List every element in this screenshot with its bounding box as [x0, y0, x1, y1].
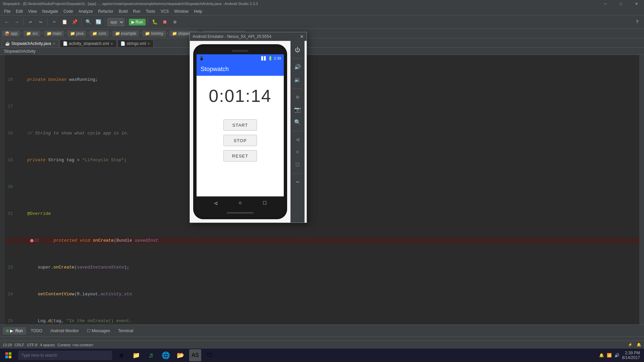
menu-item-code[interactable]: Code — [61, 8, 76, 14]
code-editor[interactable]: 16 private boolean wasRunning; 17 18 // … — [5, 55, 639, 324]
taskbar-datetime[interactable]: 2:39 PM 8/14/2017 — [622, 351, 640, 360]
nav-com[interactable]: 📁 com — [90, 31, 109, 37]
taskbar-glyph[interactable]: 🛡 — [204, 349, 216, 361]
taskbar-studio[interactable]: AS — [189, 349, 201, 361]
menu-item-view[interactable]: View — [25, 8, 40, 14]
code-line-22: 22 protected void onCreate(Bundle savedI… — [5, 237, 639, 244]
file-tab-close-3[interactable]: ✕ — [147, 42, 150, 46]
taskbar-network-icon: 📶 — [607, 353, 612, 358]
toolbar-search[interactable]: 🔍 — [84, 17, 93, 27]
bottom-tab-android-monitor[interactable]: Android Monitor — [47, 327, 82, 335]
nav-example[interactable]: 📁 example — [112, 31, 139, 37]
left-gutter — [0, 55, 5, 324]
svg-rect-1 — [9, 352, 11, 355]
phone-nav-bar: ◁ ○ □ — [197, 196, 284, 210]
run-config-select[interactable]: app — [107, 18, 124, 26]
phone-reset-button[interactable]: RESET — [223, 150, 257, 162]
title-text: Stopwatch - [E:\AndroidStudioProjects\St… — [3, 2, 258, 6]
toolbar-back[interactable]: ← — [2, 17, 11, 27]
restore-button[interactable]: □ — [613, 0, 629, 7]
menu-item-navigate[interactable]: Navigate — [40, 8, 61, 14]
menu-item-help[interactable]: Help — [191, 8, 205, 14]
menu-item-analyze[interactable]: Analyze — [76, 8, 96, 14]
nav-tommy[interactable]: 📁 tommy — [142, 31, 166, 37]
stopwatch-display: 0:01:14 — [209, 86, 272, 106]
emu-more-button[interactable]: ⋯ — [292, 176, 303, 188]
emulator-close-button[interactable]: ✕ — [300, 34, 304, 39]
menu-item-window[interactable]: Window — [171, 8, 191, 14]
taskbar-file-explorer[interactable]: 📁 — [130, 349, 142, 361]
taskbar: ⊞ 📁 ♬ 🌐 📂 AS 🛡 🔔 📶 🔊 2:39 PM 8/14/2017 — [0, 349, 644, 362]
phone-back-button[interactable]: ◁ — [214, 200, 217, 206]
status-bar: 13:29 CRLF UTF-8 4 spaces Context: <no c… — [0, 341, 644, 349]
toolbar-stop[interactable]: ⏹ — [160, 17, 169, 27]
emu-volume-up-button[interactable]: 🔊 — [292, 61, 303, 73]
taskbar-task-view[interactable]: ⊞ — [115, 349, 127, 361]
file-tab-name-3: strings.xml — [127, 41, 146, 46]
menu-item-vcs[interactable]: VCS — [158, 8, 172, 14]
toolbar-undo[interactable]: ↩ — [26, 17, 35, 27]
emulator-title-text: Android Emulator - Nexus_5X_API_25:5554 — [193, 34, 271, 39]
menu-item-refactor[interactable]: Refactor — [96, 8, 116, 14]
file-tab-icon-3: 📄 — [120, 41, 125, 46]
toolbar-settings[interactable]: ⚙ — [170, 17, 179, 27]
nav-java[interactable]: 📁 java — [67, 31, 86, 37]
toolbar-cut[interactable]: ✂ — [50, 17, 59, 27]
file-tab-close-2[interactable]: ✕ — [110, 42, 113, 46]
emu-square-button[interactable]: □ — [292, 159, 303, 171]
toolbar-debug[interactable]: 🐛 — [150, 17, 159, 27]
file-tab-close-1[interactable]: ✕ — [53, 42, 55, 46]
phone-start-button[interactable]: START — [223, 119, 257, 131]
taskbar-start-button[interactable] — [0, 349, 17, 362]
taskbar-search-input[interactable] — [18, 351, 112, 360]
close-button[interactable]: ✕ — [629, 0, 644, 7]
nav-app[interactable]: 📦 app — [2, 31, 20, 37]
phone-signal-icon: ▋▋ — [261, 56, 267, 61]
taskbar-spotify[interactable]: ♬ — [145, 349, 157, 361]
menu-item-tools[interactable]: Tools — [143, 8, 158, 14]
emu-zoom-button[interactable]: 🔍 — [292, 117, 303, 128]
taskbar-folder[interactable]: 📂 — [174, 349, 186, 361]
toolbar-paste[interactable]: 📌 — [70, 17, 79, 27]
nav-src[interactable]: 📁 src — [23, 31, 40, 37]
phone-content: 0:01:14 START STOP RESET — [197, 76, 284, 196]
status-hg-icon: ⚡ — [628, 343, 633, 347]
status-notification: 🔔 — [637, 343, 641, 347]
phone-home-button[interactable]: ○ — [238, 200, 242, 206]
file-tab-activity-xml[interactable]: 📄 activity_stopwatch.xml ✕ — [60, 40, 117, 47]
toolbar-replace[interactable]: 🔄 — [94, 17, 103, 27]
toolbar-redo[interactable]: ↪ — [36, 17, 45, 27]
bottom-tab-todo[interactable]: TODO — [28, 327, 46, 335]
emu-home-button[interactable]: ○ — [292, 146, 303, 158]
code-content: 16 private boolean wasRunning; 17 18 // … — [5, 55, 639, 324]
emu-power-button[interactable]: ⏻ — [292, 44, 303, 56]
minimize-button[interactable]: ─ — [598, 0, 613, 7]
toolbar-copy[interactable]: 📋 — [60, 17, 69, 27]
toolbar-help[interactable]: ? — [633, 17, 642, 27]
toolbar-sep-5 — [126, 18, 127, 26]
run-button[interactable]: ▶ Run — [129, 19, 146, 25]
emu-screenshot-button[interactable]: 📷 — [292, 104, 303, 115]
menu-item-build[interactable]: Build — [116, 8, 130, 14]
phone-stop-button[interactable]: STOP — [223, 135, 257, 146]
file-tab-icon-1: ☕ — [5, 41, 10, 46]
menu-item-edit[interactable]: Edit — [13, 8, 25, 14]
bottom-tab-messages[interactable]: ☐ Messages — [84, 327, 113, 335]
menu-item-run[interactable]: Run — [130, 8, 143, 14]
menu-item-file[interactable]: File — [1, 8, 13, 14]
nav-main[interactable]: 📁 main — [44, 31, 64, 37]
bottom-tab-terminal[interactable]: Terminal — [115, 327, 137, 335]
status-crlf: CRLF — [15, 343, 24, 347]
file-tab-stopwatchactivity[interactable]: ☕ StopwatchActivity.java ✕ — [2, 40, 59, 47]
scroll-bar[interactable] — [639, 55, 644, 324]
toolbar-forward[interactable]: → — [12, 17, 21, 27]
emu-rotate-button[interactable]: ◇ — [292, 91, 303, 103]
phone-screen: 📱 ▋▋ 🔋 2:39 Stopwatch 0:01:14 START STOP — [197, 48, 284, 216]
taskbar-chrome[interactable]: 🌐 — [160, 349, 172, 361]
emu-back-button[interactable]: ◁ — [292, 134, 303, 145]
phone-recents-button[interactable]: □ — [263, 200, 267, 206]
nav-arrow-3: › — [65, 32, 67, 35]
emu-volume-down-button[interactable]: 🔉 — [292, 74, 303, 85]
file-tab-strings-xml[interactable]: 📄 strings.xml ✕ — [117, 40, 154, 47]
bottom-tab-run[interactable]: ▶: Run — [3, 327, 26, 335]
